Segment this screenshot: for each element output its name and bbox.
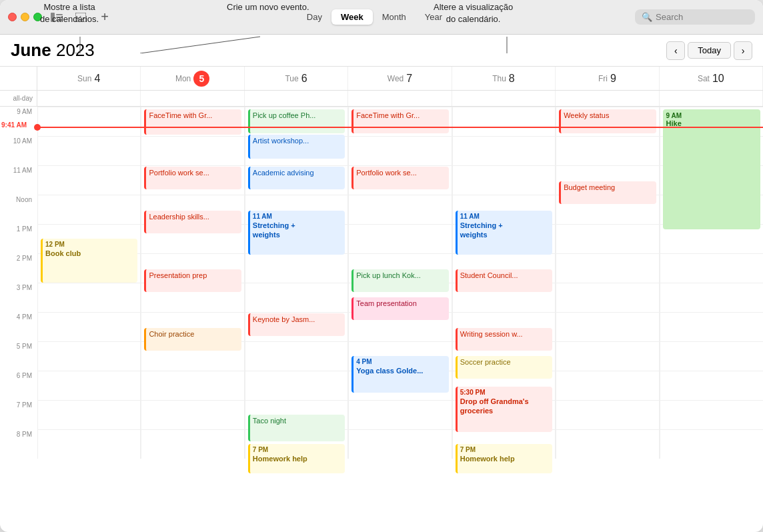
event-keynote[interactable]: Keynote by Jasm... [248,313,345,336]
calendar-scroll[interactable]: 9 AM 10 AM 11 AM Noon 1 PM 2 PM 3 PM 4 P… [0,107,763,532]
event-pickup-lunch[interactable]: Pick up lunch Kok... [351,269,448,292]
hour-line [38,195,140,195]
tab-month[interactable]: Month [373,9,416,25]
titlebar: + Day Week Month Year 🔍 [0,0,763,35]
event-portfolio-mon[interactable]: Portfolio work se... [144,167,241,189]
event-taco-night[interactable]: Taco night [248,415,345,441]
day-header-thu: Thu 8 [452,67,556,90]
hour-line [38,107,140,107]
hour-line [141,107,243,107]
event-team-presentation[interactable]: Team presentation [351,297,448,320]
hour-line [660,341,763,342]
tab-year[interactable]: Year [416,9,452,25]
calendar-grid: 9 AM 10 AM 11 AM Noon 1 PM 2 PM 3 PM 4 P… [0,107,763,507]
maximize-button[interactable] [33,13,42,21]
allday-row: all-day [0,91,763,107]
day-header-sun: Sun 4 [37,67,141,90]
time-3pm: 3 PM [0,283,37,312]
hour-line [38,341,140,342]
hour-line [38,371,140,371]
svg-rect-9 [75,13,86,22]
hour-line [38,136,140,137]
event-yoga[interactable]: 4 PM Yoga class Golde... [351,356,448,393]
col-thu: 11 AM Stretching + weights Student Counc… [452,107,556,459]
event-homework-tue[interactable]: 7 PM Homework help [248,444,345,473]
allday-fri [556,91,659,106]
hour-line [141,136,243,137]
event-pickup-coffee[interactable]: Pick up coffee Ph... [248,109,345,133]
hour-line [141,371,243,371]
sidebar-icon [51,13,63,22]
event-student-council[interactable]: Student Council... [456,269,552,292]
inbox-button[interactable] [71,8,90,27]
time-10am: 10 AM [0,136,37,165]
hour-line [349,195,451,195]
hour-line [556,107,658,107]
hour-line [556,165,658,166]
event-facetime-wed[interactable]: FaceTime with Gr... [351,109,448,133]
col-sun: 12 PM Book club [37,107,141,459]
day-header-tue: Tue 6 [245,67,348,90]
hour-line [556,429,658,430]
navigation-group: ‹ Today › [666,41,752,60]
prev-week-button[interactable]: ‹ [666,41,685,60]
event-weekly-status[interactable]: Weekly status [559,109,656,133]
hour-line [556,136,658,137]
event-portfolio-wed[interactable]: Portfolio work se... [351,167,448,189]
col-sat: 9 AM Hike [660,107,763,459]
time-gutter-header [0,67,37,90]
time-11am: 11 AM [0,165,37,195]
calendar-window: Mostre a lista de calendários. Crie um n… [0,0,763,532]
event-book-club[interactable]: 12 PM Book club [41,239,137,283]
hour-line [349,136,451,137]
hour-line [38,312,140,313]
hour-line [141,312,243,313]
event-drop-off[interactable]: 5:30 PM Drop off Grandma's groceries [456,387,552,432]
tab-week[interactable]: Week [331,9,373,25]
day-header-fri: Fri 9 [556,67,659,90]
event-budget-meeting[interactable]: Budget meeting [559,181,656,204]
time-7pm: 7 PM [0,400,37,429]
hour-line [141,165,243,166]
event-choir[interactable]: Choir practice [144,328,241,351]
close-button[interactable] [8,13,17,21]
hour-line [245,283,347,283]
event-homework-thu[interactable]: 7 PM Homework help [456,444,552,473]
next-week-button[interactable]: › [734,41,752,60]
traffic-lights [8,13,42,21]
event-stretching-tue[interactable]: 11 AM Stretching + weights [248,211,345,255]
hour-line [556,283,658,283]
hour-line [38,283,140,283]
event-writing-session[interactable]: Writing session w... [456,328,552,351]
hour-line [556,371,658,371]
hour-line [245,400,347,401]
svg-rect-5 [51,13,55,22]
add-event-button[interactable]: + [95,8,114,27]
tab-day[interactable]: Day [297,9,331,25]
event-hike[interactable]: 9 AM Hike [663,109,760,229]
event-soccer[interactable]: Soccer practice [456,356,552,379]
time-6pm: 6 PM [0,371,37,400]
allday-label: all-day [0,91,37,106]
event-leadership[interactable]: Leadership skills... [144,211,241,233]
search-box[interactable]: 🔍 [635,9,755,25]
today-button[interactable]: Today [688,42,731,59]
allday-thu [452,91,556,106]
calendars-sidebar-button[interactable] [47,8,66,27]
hour-line [349,224,451,225]
search-icon: 🔍 [642,12,652,22]
inbox-icon [75,13,86,22]
event-artist-workshop[interactable]: Artist workshop... [248,135,345,159]
hour-line [38,224,140,225]
event-stretching-thu[interactable]: 11 AM Stretching + weights [456,211,552,255]
minimize-button[interactable] [21,13,29,21]
hour-line [349,253,451,254]
event-academic-advising[interactable]: Academic advising [248,167,345,189]
event-facetime-mon[interactable]: FaceTime with Gr... [144,109,241,135]
svg-rect-6 [56,14,63,15]
col-mon: FaceTime with Gr... Portfolio work se...… [141,107,244,459]
hour-line [556,400,658,401]
search-input[interactable] [656,12,748,22]
event-presentation-prep[interactable]: Presentation prep [144,269,241,292]
hour-line [660,371,763,371]
